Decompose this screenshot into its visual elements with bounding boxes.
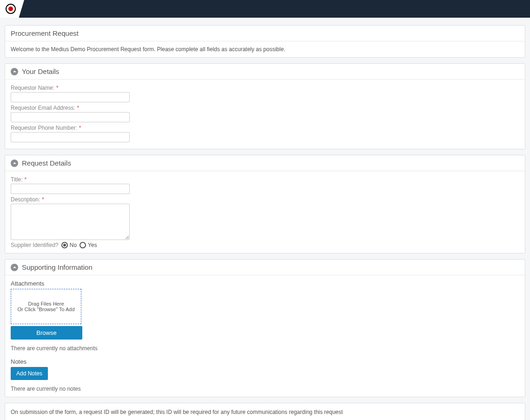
requestor-name-input[interactable] [11, 92, 130, 102]
request-details-header[interactable]: Request Details [5, 155, 525, 171]
title-input[interactable] [11, 184, 130, 194]
chevron-up-icon [11, 264, 18, 271]
notes-empty-text: There are currently no notes [11, 386, 519, 392]
dropzone-line1: Drag Files Here [28, 301, 64, 307]
supplier-radio-no[interactable]: No [61, 242, 77, 248]
required-star: * [24, 176, 26, 183]
your-details-panel: Your Details Requestor Name: * Requestor… [5, 63, 525, 149]
supporting-header[interactable]: Supporting Information [5, 260, 525, 275]
request-details-title: Request Details [22, 159, 71, 167]
chevron-up-icon [11, 160, 18, 167]
required-star: * [42, 196, 44, 203]
radio-selected-icon [61, 242, 68, 248]
supplier-radio-yes[interactable]: Yes [80, 242, 97, 248]
top-bar [0, 0, 530, 18]
chevron-up-icon [11, 68, 18, 75]
file-dropzone[interactable]: Drag Files Here Or Click "Browse" To Add [11, 289, 81, 324]
logo-inner-dot [8, 7, 13, 11]
your-details-title: Your Details [22, 67, 59, 75]
attachments-label: Attachments [11, 280, 519, 287]
description-textarea[interactable] [11, 204, 130, 240]
add-notes-button[interactable]: Add Notes [11, 367, 48, 380]
requestor-phone-label: Requestor Phone Number: [11, 125, 77, 131]
attachments-empty-text: There are currently no attachments [11, 345, 519, 352]
browse-button[interactable]: Browse [11, 326, 82, 340]
requestor-email-input[interactable] [11, 112, 130, 122]
page-content: Procurement Request Welcome to the Mediu… [0, 18, 530, 420]
page-title: Procurement Request [5, 26, 525, 41]
request-details-panel: Request Details Title: * Description: * … [5, 155, 525, 253]
supplier-label: Supplier Identified? [11, 242, 59, 248]
dropzone-line2: Or Click "Browse" To Add [17, 307, 74, 312]
description-label: Description: [11, 196, 40, 203]
requestor-name-label: Requestor Name: [11, 85, 54, 91]
header-panel: Procurement Request Welcome to the Mediu… [5, 25, 525, 58]
requestor-email-label: Requestor Email Address: [11, 105, 75, 111]
supplier-yes-label: Yes [88, 242, 97, 248]
notes-label: Notes [11, 358, 519, 365]
supporting-title: Supporting Information [22, 263, 93, 271]
logo[interactable] [0, 0, 24, 18]
footer-line1: On submission of the form, a request ID … [11, 408, 519, 416]
required-star: * [56, 84, 59, 91]
required-star: * [79, 124, 81, 131]
radio-unselected-icon [80, 242, 86, 248]
supporting-panel: Supporting Information Attachments Drag … [5, 259, 525, 397]
requestor-phone-input[interactable] [11, 132, 130, 142]
supplier-no-label: No [70, 242, 77, 248]
footer-panel: On submission of the form, a request ID … [5, 403, 525, 420]
intro-text: Welcome to the Medius Demo Procurement R… [11, 46, 519, 53]
logo-outer-circle [6, 4, 16, 14]
required-star: * [77, 104, 79, 111]
title-label: Title: [11, 176, 23, 183]
your-details-header[interactable]: Your Details [5, 64, 525, 80]
